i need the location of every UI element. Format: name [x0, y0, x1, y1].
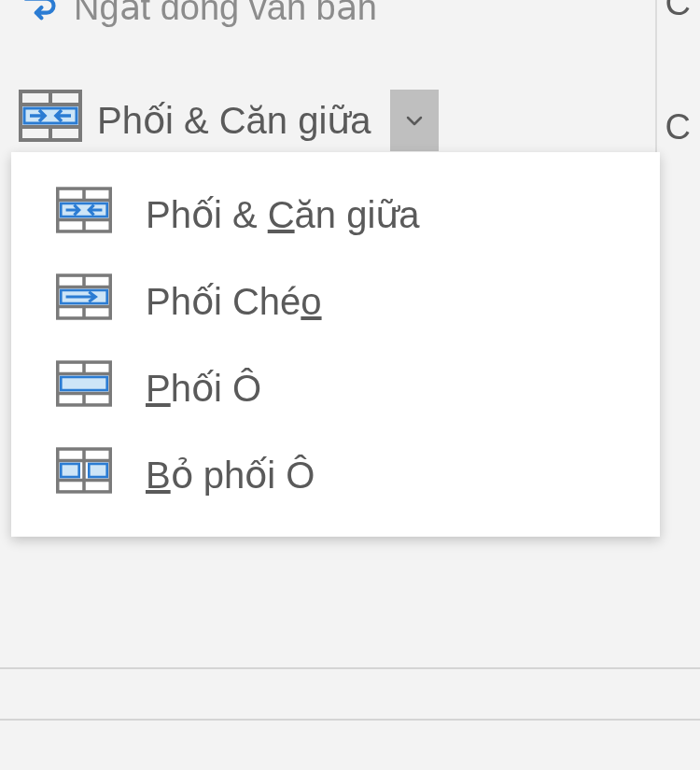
svg-rect-28: [61, 464, 78, 477]
svg-rect-29: [89, 464, 106, 477]
truncated-glyph-1: C: [665, 0, 691, 23]
menu-item-label: Bỏ phối Ô: [146, 454, 315, 497]
wrap-text-label: Ngắt dòng văn bản: [74, 0, 377, 28]
menu-item-unmerge-cells[interactable]: Bỏ phối Ô: [11, 431, 660, 518]
merge-center-button-main[interactable]: Phối & Căn giữa: [11, 84, 379, 156]
svg-rect-23: [61, 377, 106, 390]
wrap-text-button[interactable]: Ngắt dòng văn bản: [19, 0, 377, 28]
grid-row[interactable]: [0, 721, 700, 770]
menu-item-merge-across[interactable]: Phối Chéo: [11, 258, 660, 344]
grid-row[interactable]: [0, 669, 700, 721]
merge-center-split-button[interactable]: Phối & Căn giữa: [11, 84, 439, 156]
merge-center-icon: [56, 186, 112, 243]
menu-item-label: Phối Ô: [146, 367, 261, 410]
unmerge-cells-icon: [56, 446, 112, 503]
right-ribbon-edge: C C: [655, 0, 700, 187]
merge-cells-icon: [56, 359, 112, 416]
merge-center-label: Phối & Căn giữa: [97, 99, 371, 142]
menu-item-merge-center[interactable]: Phối & Căn giữa: [11, 171, 660, 258]
menu-item-label: Phối & Căn giữa: [146, 193, 420, 236]
wrap-text-icon: [19, 0, 61, 28]
menu-item-label: Phối Chéo: [146, 280, 322, 323]
merge-center-dropdown-toggle[interactable]: [390, 90, 439, 151]
menu-item-merge-cells[interactable]: Phối Ô: [11, 344, 660, 431]
row-header-fragment: t: [0, 259, 9, 353]
merge-dropdown-menu: Phối & Căn giữa Phối Chéo: [11, 152, 660, 537]
merge-across-icon: [56, 273, 112, 329]
chevron-down-icon: [403, 101, 426, 140]
merge-center-icon: [19, 90, 82, 150]
worksheet-grid[interactable]: [0, 667, 700, 770]
truncated-glyph-2: C: [665, 107, 691, 147]
